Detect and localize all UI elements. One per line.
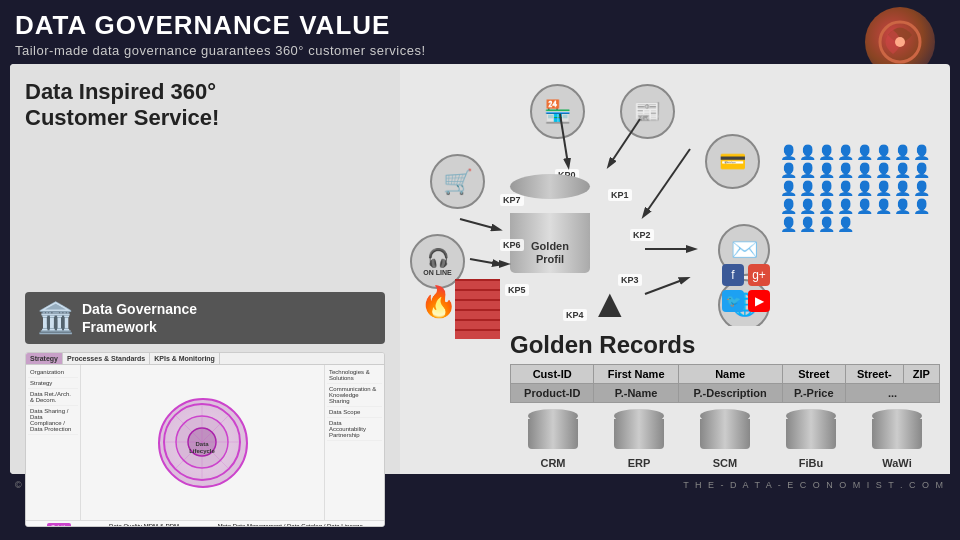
th-name: Name	[678, 365, 782, 384]
person-icon: 👤	[780, 216, 797, 232]
kp4-label: KP4	[563, 309, 587, 321]
twitter-icon: 🐦	[722, 290, 744, 312]
diagram-right-tech: Technologies & Solutions	[327, 367, 382, 384]
person-icon: 👤	[856, 144, 873, 160]
circle-diagram: Data Lifecycle	[158, 398, 248, 488]
kp2-label: KP2	[630, 229, 654, 241]
db-label-fibu: FiBu	[799, 457, 823, 469]
up-arrow-icon: ▲	[590, 281, 630, 326]
main-content: Data Inspired 360° Customer Service! 🏛️ …	[10, 64, 950, 474]
person-icon: 👤	[913, 180, 930, 196]
db-label-wawi: WaWi	[882, 457, 911, 469]
person-icon-dark: 👤	[837, 198, 854, 214]
people-grid: 👤 👤 👤 👤 👤 👤 👤 👤 👤 👤 👤 👤 👤 👤 👤 👤 👤 👤 👤	[780, 144, 940, 232]
diagram-bottom-quality: Data Quality MDM & RDM	[109, 523, 179, 527]
td-productid: Product-ID	[511, 384, 594, 403]
person-icon: 👤	[818, 144, 835, 160]
db-cylinder-fibu	[786, 409, 836, 454]
td-dots: ...	[845, 384, 939, 403]
framework-box: 🏛️ Data Governance Framework	[25, 292, 385, 344]
headset-icon: 🎧	[427, 247, 449, 269]
diagram-right-comm: Communication & Knowledge Sharing	[327, 384, 382, 407]
db-erp: ERP	[614, 409, 664, 469]
cylinder-group: Golden Profil	[510, 174, 605, 259]
diagram-inner: Organization Strategy Data Ret./Arch. & …	[26, 365, 384, 520]
db-wawi: WaWi	[872, 409, 922, 469]
cart-circle-icon: 🛒	[430, 154, 485, 209]
person-icon: 👤	[894, 180, 911, 196]
th-firstname: First Name	[594, 365, 678, 384]
kp5-label: KP5	[505, 284, 529, 296]
person-icon: 👤	[818, 198, 835, 214]
svg-line-19	[460, 219, 497, 229]
golden-records-table: Cust-ID First Name Name Street Street- Z…	[510, 364, 940, 403]
fire-icon: 🔥	[420, 284, 457, 319]
diagram-header: Strategy Processes & Standards KPIs & Mo…	[26, 353, 384, 365]
store-circle-icon: 🏪	[530, 84, 585, 139]
facebook-icon: f	[722, 264, 744, 286]
th-custid: Cust-ID	[511, 365, 594, 384]
diagram-right-col: Technologies & Solutions Communication &…	[324, 365, 384, 520]
db-label-erp: ERP	[628, 457, 651, 469]
kp6-label: KP6	[500, 239, 524, 251]
governance-diagram: Strategy Processes & Standards KPIs & Mo…	[25, 352, 385, 527]
table-data-row: Product-ID P.-Name P.-Description P.-Pri…	[511, 384, 940, 403]
person-icon-dark: 👤	[913, 198, 930, 214]
gplus-icon: g+	[748, 264, 770, 286]
table-header-row: Cust-ID First Name Name Street Street- Z…	[511, 365, 940, 384]
firewall	[455, 279, 500, 339]
person-icon-dark: 👤	[856, 198, 873, 214]
kp1-label: KP1	[608, 189, 632, 201]
diagram-left-strategy: Strategy	[28, 378, 78, 389]
db-label-scm: SCM	[713, 457, 737, 469]
person-icon: 👤	[837, 144, 854, 160]
diagram-left-dataret: Data Ret./Arch. & Decom.	[28, 389, 78, 406]
person-icon-dark: 👤	[875, 198, 892, 214]
db-cyl-body	[700, 419, 750, 449]
person-icon-dark: 👤	[799, 162, 816, 178]
framework-text: Data Governance Framework	[82, 300, 197, 336]
diagram-header-processes: Processes & Standards	[63, 353, 150, 364]
page-subtitle: Tailor-made data governance guarantees 3…	[15, 43, 945, 58]
td-pprice: P.-Price	[782, 384, 845, 403]
svg-point-1	[895, 37, 905, 47]
person-icon-dark: 👤	[818, 162, 835, 178]
svg-line-14	[645, 149, 690, 214]
person-icon-dark: 👤	[913, 162, 930, 178]
db-crm: CRM	[528, 409, 578, 469]
left-panel: Data Inspired 360° Customer Service! 🏛️ …	[10, 64, 400, 474]
db-icons-row: CRM ERP SCM	[510, 409, 940, 469]
diagram-left-org: Organization	[28, 367, 78, 378]
footer-right: T H E - D A T A - E C O N O M I S T . C …	[683, 480, 945, 490]
person-icon: 👤	[875, 180, 892, 196]
person-icon: 👤	[799, 144, 816, 160]
youtube-icon: ▶	[748, 290, 770, 312]
db-cylinder-erp	[614, 409, 664, 454]
db-fibu: FiBu	[786, 409, 836, 469]
diagram-left-col: Organization Strategy Data Ret./Arch. & …	[26, 365, 81, 520]
person-icon: 👤	[894, 162, 911, 178]
person-icon: 👤	[780, 198, 797, 214]
social-box: f g+ 🐦 ▶	[722, 264, 770, 312]
db-cyl-body	[872, 419, 922, 449]
cylinder-label: Golden Profil	[531, 240, 569, 266]
svg-text:Data: Data	[195, 441, 209, 447]
person-icon: 👤	[837, 216, 854, 232]
td-pname: P.-Name	[594, 384, 678, 403]
diagram-header-kpis: KPIs & Monitoring	[150, 353, 220, 364]
db-cyl-body	[614, 419, 664, 449]
golden-records-section: Golden Records ▲ Cust-ID First Name Name…	[500, 326, 950, 474]
diagram-right-acc: Data Accountability Partnership	[327, 418, 382, 441]
td-pdesc: P.-Description	[678, 384, 782, 403]
person-icon: 👤	[875, 162, 892, 178]
th-street2: Street-	[845, 365, 903, 384]
person-icon-dark: 👤	[780, 162, 797, 178]
svg-text:Lifecycle: Lifecycle	[189, 448, 215, 454]
diagram-center: Data Lifecycle	[81, 365, 324, 520]
db-cyl-body	[786, 419, 836, 449]
data-inspired-title: Data Inspired 360° Customer Service!	[25, 79, 385, 132]
db-cyl-body	[528, 419, 578, 449]
newspaper-circle-icon: 📰	[620, 84, 675, 139]
db-scm: SCM	[700, 409, 750, 469]
people-area: 👤 👤 👤 👤 👤 👤 👤 👤 👤 👤 👤 👤 👤 👤 👤 👤 👤 👤 👤	[780, 144, 950, 344]
